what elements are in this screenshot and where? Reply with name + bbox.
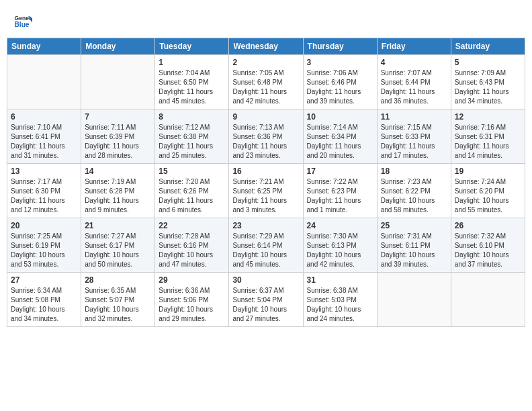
day-info: Sunrise: 7:06 AM Sunset: 6:46 PM Dayligh… — [307, 68, 373, 106]
day-info: Sunrise: 6:35 AM Sunset: 5:07 PM Dayligh… — [85, 286, 151, 324]
calendar-cell: 20Sunrise: 7:25 AM Sunset: 6:19 PM Dayli… — [7, 218, 81, 273]
day-number: 31 — [307, 275, 373, 285]
calendar-cell: 15Sunrise: 7:20 AM Sunset: 6:26 PM Dayli… — [155, 164, 229, 218]
day-info: Sunrise: 7:21 AM Sunset: 6:25 PM Dayligh… — [232, 177, 299, 215]
calendar-cell: 6Sunrise: 7:10 AM Sunset: 6:41 PM Daylig… — [7, 109, 81, 164]
day-info: Sunrise: 6:37 AM Sunset: 5:04 PM Dayligh… — [232, 286, 299, 324]
day-number: 29 — [159, 275, 225, 285]
calendar-cell: 28Sunrise: 6:35 AM Sunset: 5:07 PM Dayli… — [81, 273, 155, 327]
day-info: Sunrise: 7:28 AM Sunset: 6:16 PM Dayligh… — [159, 232, 225, 269]
calendar-cell: 31Sunrise: 6:38 AM Sunset: 5:03 PM Dayli… — [303, 273, 377, 327]
day-number: 18 — [381, 167, 447, 176]
day-number: 15 — [159, 167, 225, 176]
day-info: Sunrise: 7:30 AM Sunset: 6:13 PM Dayligh… — [307, 232, 373, 269]
day-number: 25 — [381, 221, 447, 230]
weekday-header-tuesday: Tuesday — [155, 38, 229, 55]
calendar-week-row: 20Sunrise: 7:25 AM Sunset: 6:19 PM Dayli… — [7, 218, 525, 273]
calendar-cell: 4Sunrise: 7:07 AM Sunset: 6:44 PM Daylig… — [377, 55, 451, 109]
day-info: Sunrise: 7:12 AM Sunset: 6:38 PM Dayligh… — [159, 123, 225, 161]
day-number: 4 — [381, 58, 447, 67]
calendar-cell: 8Sunrise: 7:12 AM Sunset: 6:38 PM Daylig… — [155, 109, 229, 164]
svg-text:Blue: Blue — [15, 21, 30, 28]
calendar-cell: 7Sunrise: 7:11 AM Sunset: 6:39 PM Daylig… — [81, 109, 155, 164]
calendar-week-row: 6Sunrise: 7:10 AM Sunset: 6:41 PM Daylig… — [7, 109, 525, 164]
calendar-cell — [377, 273, 451, 327]
calendar-header-row: SundayMondayTuesdayWednesdayThursdayFrid… — [7, 38, 525, 55]
calendar-cell: 18Sunrise: 7:23 AM Sunset: 6:22 PM Dayli… — [377, 164, 451, 218]
calendar-cell: 1Sunrise: 7:04 AM Sunset: 6:50 PM Daylig… — [155, 55, 229, 109]
calendar-cell — [451, 273, 525, 327]
page-header: General Blue — [7, 7, 525, 34]
day-number: 28 — [85, 275, 151, 285]
calendar-cell: 23Sunrise: 7:29 AM Sunset: 6:14 PM Dayli… — [229, 218, 303, 273]
day-number: 6 — [11, 112, 77, 122]
calendar-cell — [81, 55, 155, 109]
day-info: Sunrise: 7:11 AM Sunset: 6:39 PM Dayligh… — [85, 123, 151, 161]
day-number: 16 — [232, 167, 299, 176]
calendar-cell: 11Sunrise: 7:15 AM Sunset: 6:33 PM Dayli… — [377, 109, 451, 164]
day-info: Sunrise: 7:10 AM Sunset: 6:41 PM Dayligh… — [11, 123, 77, 161]
day-number: 30 — [232, 275, 299, 285]
day-number: 9 — [232, 112, 299, 122]
day-info: Sunrise: 7:23 AM Sunset: 6:22 PM Dayligh… — [381, 177, 447, 215]
calendar-week-row: 13Sunrise: 7:17 AM Sunset: 6:30 PM Dayli… — [7, 164, 525, 218]
day-number: 27 — [11, 275, 77, 285]
day-info: Sunrise: 7:07 AM Sunset: 6:44 PM Dayligh… — [381, 68, 447, 106]
calendar-cell: 5Sunrise: 7:09 AM Sunset: 6:43 PM Daylig… — [451, 55, 525, 109]
logo-icon: General Blue — [13, 12, 32, 31]
day-number: 21 — [85, 221, 151, 230]
day-number: 13 — [11, 167, 77, 176]
day-info: Sunrise: 6:38 AM Sunset: 5:03 PM Dayligh… — [307, 286, 373, 324]
day-info: Sunrise: 7:14 AM Sunset: 6:34 PM Dayligh… — [307, 123, 373, 161]
day-number: 2 — [232, 58, 299, 67]
day-info: Sunrise: 7:29 AM Sunset: 6:14 PM Dayligh… — [232, 232, 299, 269]
day-info: Sunrise: 7:13 AM Sunset: 6:36 PM Dayligh… — [232, 123, 299, 161]
calendar-cell: 14Sunrise: 7:19 AM Sunset: 6:28 PM Dayli… — [81, 164, 155, 218]
day-number: 3 — [307, 58, 373, 67]
day-number: 19 — [455, 167, 521, 176]
day-info: Sunrise: 7:32 AM Sunset: 6:10 PM Dayligh… — [455, 232, 521, 269]
calendar-cell: 29Sunrise: 6:36 AM Sunset: 5:06 PM Dayli… — [155, 273, 229, 327]
calendar-cell: 13Sunrise: 7:17 AM Sunset: 6:30 PM Dayli… — [7, 164, 81, 218]
day-info: Sunrise: 7:31 AM Sunset: 6:11 PM Dayligh… — [381, 232, 447, 269]
calendar-cell: 27Sunrise: 6:34 AM Sunset: 5:08 PM Dayli… — [7, 273, 81, 327]
calendar-cell: 25Sunrise: 7:31 AM Sunset: 6:11 PM Dayli… — [377, 218, 451, 273]
logo: General Blue — [13, 12, 34, 31]
calendar-cell: 3Sunrise: 7:06 AM Sunset: 6:46 PM Daylig… — [303, 55, 377, 109]
calendar: SundayMondayTuesdayWednesdayThursdayFrid… — [7, 38, 525, 327]
day-info: Sunrise: 7:24 AM Sunset: 6:20 PM Dayligh… — [455, 177, 521, 215]
calendar-cell: 21Sunrise: 7:27 AM Sunset: 6:17 PM Dayli… — [81, 218, 155, 273]
weekday-header-sunday: Sunday — [7, 38, 81, 55]
day-info: Sunrise: 7:25 AM Sunset: 6:19 PM Dayligh… — [11, 232, 77, 269]
day-info: Sunrise: 7:16 AM Sunset: 6:31 PM Dayligh… — [455, 123, 521, 161]
day-number: 20 — [11, 221, 77, 230]
day-info: Sunrise: 6:34 AM Sunset: 5:08 PM Dayligh… — [11, 286, 77, 324]
weekday-header-wednesday: Wednesday — [229, 38, 303, 55]
day-info: Sunrise: 7:04 AM Sunset: 6:50 PM Dayligh… — [159, 68, 225, 106]
calendar-cell: 17Sunrise: 7:22 AM Sunset: 6:23 PM Dayli… — [303, 164, 377, 218]
weekday-header-saturday: Saturday — [451, 38, 525, 55]
day-number: 7 — [85, 112, 151, 122]
day-number: 12 — [455, 112, 521, 122]
calendar-cell: 2Sunrise: 7:05 AM Sunset: 6:48 PM Daylig… — [229, 55, 303, 109]
calendar-cell — [7, 55, 81, 109]
day-number: 1 — [159, 58, 225, 67]
day-number: 8 — [159, 112, 225, 122]
day-number: 23 — [232, 221, 299, 230]
calendar-cell: 26Sunrise: 7:32 AM Sunset: 6:10 PM Dayli… — [451, 218, 525, 273]
day-info: Sunrise: 7:09 AM Sunset: 6:43 PM Dayligh… — [455, 68, 521, 106]
day-number: 26 — [455, 221, 521, 230]
calendar-cell: 10Sunrise: 7:14 AM Sunset: 6:34 PM Dayli… — [303, 109, 377, 164]
day-number: 14 — [85, 167, 151, 176]
calendar-cell: 19Sunrise: 7:24 AM Sunset: 6:20 PM Dayli… — [451, 164, 525, 218]
day-number: 5 — [455, 58, 521, 67]
weekday-header-monday: Monday — [81, 38, 155, 55]
calendar-cell: 30Sunrise: 6:37 AM Sunset: 5:04 PM Dayli… — [229, 273, 303, 327]
day-info: Sunrise: 7:17 AM Sunset: 6:30 PM Dayligh… — [11, 177, 77, 215]
calendar-cell: 22Sunrise: 7:28 AM Sunset: 6:16 PM Dayli… — [155, 218, 229, 273]
calendar-cell: 9Sunrise: 7:13 AM Sunset: 6:36 PM Daylig… — [229, 109, 303, 164]
day-number: 24 — [307, 221, 373, 230]
weekday-header-friday: Friday — [377, 38, 451, 55]
weekday-header-thursday: Thursday — [303, 38, 377, 55]
day-info: Sunrise: 7:27 AM Sunset: 6:17 PM Dayligh… — [85, 232, 151, 269]
